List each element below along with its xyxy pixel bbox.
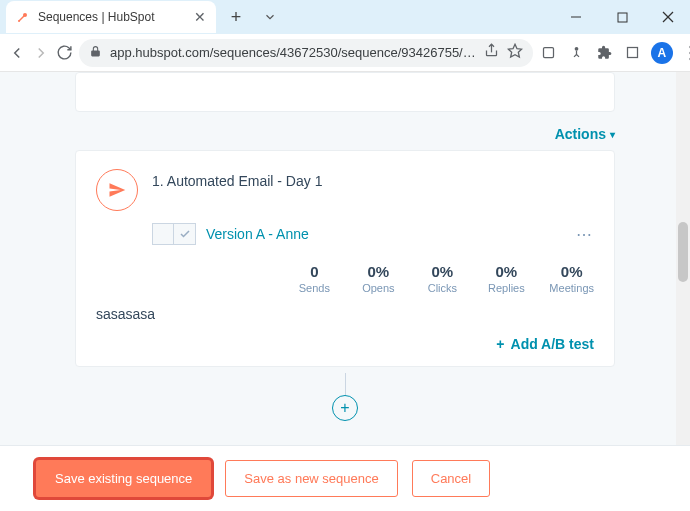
version-toggle[interactable] [152,223,196,245]
profile-avatar[interactable]: A [651,42,673,64]
metric-opens: 0% Opens [357,263,399,294]
metric-value: 0% [357,263,399,280]
scrollbar-thumb[interactable] [678,222,688,282]
address-bar: app.hubspot.com/sequences/43672530/seque… [0,34,690,72]
save-existing-button[interactable]: Save existing sequence [36,460,211,497]
svg-marker-8 [508,44,521,57]
step-more-icon[interactable]: ⋯ [576,225,594,244]
forward-icon [32,40,50,66]
add-step-button[interactable]: + [332,395,358,421]
browser-chrome: Sequences | HubSpot ✕ + app.hubspot.com/… [0,0,690,72]
metric-label: Replies [485,282,527,294]
back-icon[interactable] [8,40,26,66]
new-tab-button[interactable]: + [224,7,248,28]
metric-replies: 0% Replies [485,263,527,294]
metric-value: 0% [549,263,594,280]
browser-tab[interactable]: Sequences | HubSpot ✕ [6,1,216,33]
send-email-icon [96,169,138,211]
svg-line-1 [19,15,25,21]
tab-title: Sequences | HubSpot [38,10,186,24]
previous-step-card[interactable] [75,72,615,112]
metric-label: Sends [293,282,335,294]
window-close-icon[interactable] [646,2,690,32]
add-ab-test-button[interactable]: + Add A/B test [496,336,594,352]
tabs-dropdown-icon[interactable] [248,2,292,32]
kebab-menu-icon[interactable] [681,43,690,63]
omnibox[interactable]: app.hubspot.com/sequences/43672530/seque… [79,39,533,67]
metric-value: 0 [293,263,335,280]
lock-icon [89,44,102,62]
metric-value: 0% [485,263,527,280]
footer-bar: Save existing sequence Save as new seque… [0,445,690,511]
svg-point-10 [575,47,579,51]
extensions-puzzle-icon[interactable] [595,43,615,63]
version-checkbox-empty[interactable] [152,223,174,245]
window-minimize-icon[interactable] [554,2,598,32]
cancel-button[interactable]: Cancel [412,460,490,497]
avatar-initial: A [657,46,666,60]
share-icon[interactable] [484,43,499,62]
vertical-scrollbar[interactable] [676,72,690,453]
metric-sends: 0 Sends [293,263,335,294]
window-maximize-icon[interactable] [600,2,644,32]
metric-clicks: 0% Clicks [421,263,463,294]
extension-icon-2[interactable] [567,43,587,63]
ab-label: Add A/B test [511,336,594,352]
metric-meetings: 0% Meetings [549,263,594,294]
actions-label: Actions [555,126,606,142]
close-tab-icon[interactable]: ✕ [194,9,206,25]
svg-rect-9 [544,48,554,58]
email-preview-text: sasasasa [96,306,594,322]
metric-label: Meetings [549,282,594,294]
save-as-new-button[interactable]: Save as new sequence [225,460,397,497]
hubspot-favicon-icon [16,10,30,24]
sequence-step-card: 1. Automated Email - Day 1 Version A - A… [75,150,615,367]
actions-dropdown[interactable]: Actions ▾ [555,126,615,142]
extension-icon-1[interactable] [539,43,559,63]
extension-icon-3[interactable] [623,43,643,63]
svg-rect-4 [618,13,627,22]
connector-line [345,373,346,395]
titlebar: Sequences | HubSpot ✕ + [0,0,690,34]
plus-icon: + [496,336,504,352]
svg-rect-11 [628,48,638,58]
page-viewport: Actions ▾ 1. Automated Email - Day 1 Ver… [0,72,690,511]
star-icon[interactable] [507,43,523,63]
svg-point-2 [18,20,20,22]
version-checkbox-check-icon[interactable] [174,223,196,245]
metric-value: 0% [421,263,463,280]
reload-icon[interactable] [56,40,73,66]
url-text: app.hubspot.com/sequences/43672530/seque… [110,45,476,60]
metric-label: Clicks [421,282,463,294]
step-title: 1. Automated Email - Day 1 [152,173,322,189]
metrics-row: 0 Sends 0% Opens 0% Clicks 0% Replies 0% [96,263,594,294]
metric-label: Opens [357,282,399,294]
chevron-down-icon: ▾ [610,129,615,140]
version-name-link[interactable]: Version A - Anne [206,226,309,242]
step-connector: + [75,373,615,421]
